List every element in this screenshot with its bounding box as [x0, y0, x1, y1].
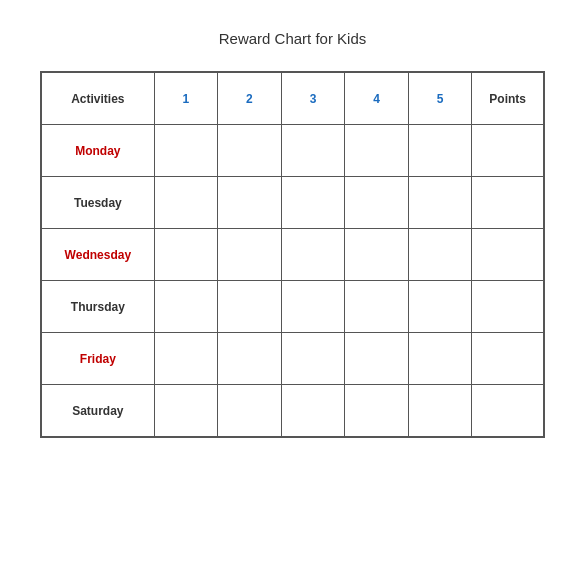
friday-points — [472, 333, 544, 385]
tuesday-points — [472, 177, 544, 229]
saturday-points — [472, 385, 544, 437]
friday-col1 — [154, 333, 218, 385]
points-header: Points — [472, 73, 544, 125]
friday-col5 — [408, 333, 472, 385]
tuesday-col5 — [408, 177, 472, 229]
table-row: Tuesday — [42, 177, 544, 229]
monday-col3 — [281, 125, 345, 177]
thursday-label: Thursday — [42, 281, 155, 333]
thursday-col5 — [408, 281, 472, 333]
reward-table: Activities 1 2 3 4 5 Points Monday Tuesd… — [41, 72, 544, 437]
saturday-col4 — [345, 385, 409, 437]
tuesday-col4 — [345, 177, 409, 229]
activities-header: Activities — [42, 73, 155, 125]
col-1-header: 1 — [154, 73, 218, 125]
friday-col4 — [345, 333, 409, 385]
tuesday-col3 — [281, 177, 345, 229]
table-row: Saturday — [42, 385, 544, 437]
tuesday-label: Tuesday — [42, 177, 155, 229]
monday-col5 — [408, 125, 472, 177]
wednesday-col2 — [218, 229, 282, 281]
friday-col2 — [218, 333, 282, 385]
wednesday-col3 — [281, 229, 345, 281]
monday-col1 — [154, 125, 218, 177]
saturday-col2 — [218, 385, 282, 437]
monday-label: Monday — [42, 125, 155, 177]
col-4-header: 4 — [345, 73, 409, 125]
saturday-label: Saturday — [42, 385, 155, 437]
friday-label: Friday — [42, 333, 155, 385]
col-5-header: 5 — [408, 73, 472, 125]
thursday-col3 — [281, 281, 345, 333]
monday-col2 — [218, 125, 282, 177]
thursday-col4 — [345, 281, 409, 333]
thursday-col2 — [218, 281, 282, 333]
friday-col3 — [281, 333, 345, 385]
header-row: Activities 1 2 3 4 5 Points — [42, 73, 544, 125]
saturday-col3 — [281, 385, 345, 437]
table-row: Wednesday — [42, 229, 544, 281]
saturday-col5 — [408, 385, 472, 437]
wednesday-label: Wednesday — [42, 229, 155, 281]
table-row: Thursday — [42, 281, 544, 333]
wednesday-col1 — [154, 229, 218, 281]
monday-col4 — [345, 125, 409, 177]
thursday-points — [472, 281, 544, 333]
col-3-header: 3 — [281, 73, 345, 125]
page-title: Reward Chart for Kids — [219, 30, 367, 47]
monday-points — [472, 125, 544, 177]
tuesday-col1 — [154, 177, 218, 229]
wednesday-points — [472, 229, 544, 281]
wednesday-col4 — [345, 229, 409, 281]
thursday-col1 — [154, 281, 218, 333]
tuesday-col2 — [218, 177, 282, 229]
table-row: Monday — [42, 125, 544, 177]
col-2-header: 2 — [218, 73, 282, 125]
wednesday-col5 — [408, 229, 472, 281]
saturday-col1 — [154, 385, 218, 437]
chart-container: Activities 1 2 3 4 5 Points Monday Tuesd… — [40, 71, 545, 438]
table-row: Friday — [42, 333, 544, 385]
